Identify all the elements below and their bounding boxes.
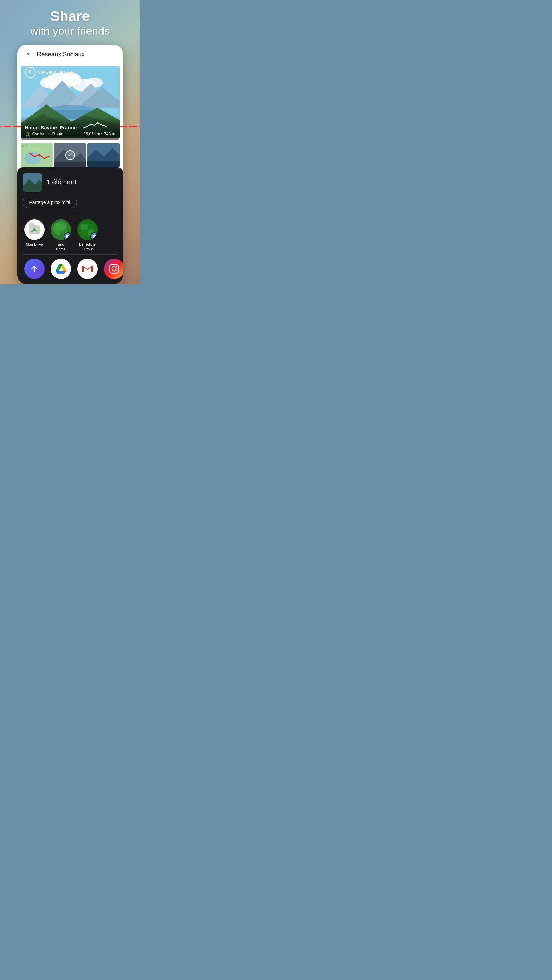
message-icon [66, 234, 70, 239]
svg-rect-20 [54, 162, 86, 167]
benedicte-message-badge [90, 232, 98, 240]
eric-perez-label: EricPerez [56, 242, 66, 252]
openrunner-logo: OPENRUNNER [25, 67, 75, 78]
eric-perez-icon [51, 220, 71, 240]
route-card: OPENRUNNER Haute-Savoie, France 🚴 Cyclis… [21, 64, 120, 140]
hero-title: Share [30, 8, 110, 24]
google-drive-small-icon [31, 227, 38, 233]
mon-drive-label: Mon Drive [26, 242, 43, 247]
share-preview: 1 élément [23, 173, 118, 192]
dialog-header: × Réseaux Sociaux [18, 45, 123, 64]
app-row-2 [23, 254, 118, 280]
benedicte-dufour-icon [77, 220, 98, 240]
close-button[interactable]: × [24, 50, 33, 60]
share-sheet: 1 élément Partage à proximité [18, 167, 123, 285]
gmail-icon [77, 259, 98, 279]
svg-point-37 [67, 236, 68, 237]
share-divider [23, 214, 118, 214]
hero-section: Share with your friends [30, 0, 110, 38]
app-item-eric-perez[interactable]: EricPerez [51, 220, 71, 252]
share-thumbnail [23, 173, 42, 192]
route-activity-type: 🚴 Cyclisme - Route [25, 131, 77, 137]
svg-rect-41 [88, 224, 94, 230]
share-app-icon [24, 259, 45, 279]
route-info: Haute-Savoie, France 🚴 Cyclisme - Route … [21, 118, 120, 140]
dashed-line-left [0, 126, 21, 127]
app-item-benedicte-dufour[interactable]: BénédicteDufour [77, 220, 98, 252]
eric-message-badge [64, 232, 71, 240]
svg-point-38 [68, 236, 69, 237]
gdrive-svg [56, 264, 66, 274]
svg-rect-42 [81, 230, 88, 236]
svg-point-3 [40, 77, 59, 89]
svg-rect-47 [110, 265, 118, 273]
svg-point-49 [116, 266, 117, 267]
share-count: 1 élément [47, 178, 77, 186]
app-item-gmail[interactable] [77, 259, 98, 279]
selected-check: ✓ [65, 150, 75, 160]
svg-point-46 [95, 236, 95, 237]
svg-point-48 [112, 267, 116, 271]
thumb-photo2[interactable] [87, 143, 120, 167]
thumb-photo1[interactable]: ✓ [54, 143, 86, 167]
or-logo-text: OPENRUNNER [38, 70, 75, 75]
svg-point-45 [94, 236, 95, 237]
route-location-name: Haute-Savoie, France [25, 124, 77, 130]
thumbnail-row: D16 ✓ [21, 143, 120, 167]
svg-text:D16: D16 [22, 145, 27, 147]
app-row-1: Mon Drive [23, 220, 118, 252]
hero-subtitle: with your friends [30, 24, 110, 38]
or-logo-circle [25, 67, 36, 78]
phone-mockup: × Réseaux Sociaux [18, 45, 123, 285]
instagram-icon [104, 259, 123, 279]
app-item-instagram[interactable] [104, 259, 123, 279]
svg-point-5 [85, 78, 102, 88]
gmail-svg [82, 265, 93, 273]
bike-icon: 🚴 [25, 131, 31, 137]
route-stats: 36,05 km • 743 m [83, 121, 115, 137]
message-icon-2 [92, 234, 96, 239]
benedicte-dufour-label: BénédicteDufour [79, 242, 96, 252]
route-location: Haute-Savoie, France 🚴 Cyclisme - Route [25, 124, 77, 137]
svg-point-44 [93, 236, 94, 237]
svg-point-36 [67, 236, 67, 237]
dashed-line-right [120, 126, 140, 127]
instagram-svg [109, 264, 119, 274]
svg-rect-23 [87, 161, 120, 167]
svg-rect-40 [81, 224, 88, 230]
route-distance-elevation: 36,05 km • 743 m [83, 132, 115, 137]
dialog-title: Réseaux Sociaux [37, 51, 85, 58]
svg-point-16 [24, 152, 41, 164]
app-item-google-drive[interactable] [51, 259, 71, 279]
nearby-share-button[interactable]: Partage à proximité [23, 197, 77, 208]
google-drive-icon [51, 259, 71, 279]
app-item-share[interactable] [24, 259, 45, 279]
arrow-up-icon [30, 264, 39, 274]
app-item-mon-drive[interactable]: Mon Drive [24, 220, 45, 247]
thumb-map[interactable]: D16 [21, 143, 53, 167]
mon-drive-icon [24, 220, 45, 240]
